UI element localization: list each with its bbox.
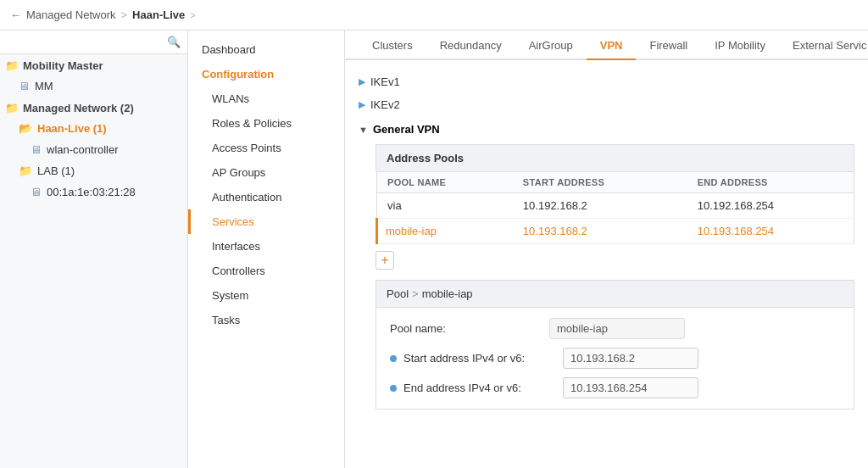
sidebar-group-mobility: 📁 Mobility Master: [0, 54, 187, 75]
ikev1-arrow: ▶: [359, 76, 365, 87]
ikev2-arrow: ▶: [359, 99, 365, 110]
sidebar-item-label: MM: [35, 80, 53, 92]
sidebar-wlan-label: wlan-controller: [47, 143, 119, 156]
sidebar-managed-label: Managed Network (2): [23, 102, 134, 114]
start-addr-input[interactable]: [563, 348, 698, 369]
nav-item-tasks[interactable]: Tasks: [188, 308, 344, 332]
folder-icon-managed: 📁: [5, 102, 19, 114]
search-input[interactable]: [7, 36, 167, 48]
pools-table: POOL NAME START ADDRESS END ADDRESS via …: [376, 171, 854, 244]
col-start-address: START ADDRESS: [513, 172, 687, 193]
tab-airgroup[interactable]: AirGroup: [515, 31, 587, 60]
form-row-start-addr: Start address IPv4 or v6:: [390, 348, 840, 369]
pool-name-display: mobile-iap: [549, 318, 685, 339]
general-vpn-arrow: ▼: [359, 125, 368, 135]
cell-end-addr: 10.192.168.254: [687, 193, 854, 219]
nav-item-apgroups[interactable]: AP Groups: [188, 160, 344, 185]
breadcrumb-sep1: >: [121, 8, 128, 21]
sidebar-item-haan-live[interactable]: 📂 Haan-Live (1): [0, 118, 187, 139]
nav-panel: Dashboard Configuration WLANs Roles & Po…: [188, 31, 345, 468]
col-end-address: END ADDRESS: [687, 172, 854, 193]
folder-icon-lab: 📁: [19, 164, 32, 177]
dot-icon-end: [390, 385, 397, 392]
sidebar-item-lab[interactable]: 📁 LAB (1): [0, 160, 187, 181]
content-body: ▶ IKEv1 ▶ IKEv2 ▼ General VPN Address Po…: [345, 60, 868, 468]
col-pool-name: POOL NAME: [377, 172, 513, 193]
pool-header-name: mobile-iap: [422, 287, 473, 300]
sidebar-item-wlan-controller[interactable]: 🖥 wlan-controller: [0, 139, 187, 160]
sidebar-group-managed[interactable]: 📁 Managed Network (2): [0, 97, 187, 118]
content-area: Clusters Redundancy AirGroup VPN Firewal…: [345, 31, 868, 468]
server-icon-mac: 🖥: [31, 186, 42, 198]
nav-item-wlans[interactable]: WLANs: [188, 86, 344, 111]
form-row-pool-name: Pool name: mobile-iap: [390, 318, 840, 339]
sidebar-lab-label: LAB (1): [37, 164, 75, 177]
pool-detail-section: Pool > mobile-iap Pool name: mobile-iap …: [376, 280, 854, 410]
pool-detail-header: Pool > mobile-iap: [376, 281, 854, 308]
cell-pool-name-selected: mobile-iap: [377, 219, 513, 244]
ikev2-row[interactable]: ▶ IKEv2: [359, 93, 854, 116]
server-icon-wlan: 🖥: [31, 143, 42, 156]
tab-ip-mobility[interactable]: IP Mobility: [701, 31, 779, 60]
pool-name-label: Pool name:: [390, 322, 542, 335]
tab-bar: Clusters Redundancy AirGroup VPN Firewal…: [345, 31, 868, 60]
nav-item-system[interactable]: System: [188, 283, 344, 308]
tab-redundancy[interactable]: Redundancy: [426, 31, 515, 60]
breadcrumb-managed-network[interactable]: Managed Network: [26, 8, 116, 21]
end-addr-input[interactable]: [563, 377, 698, 398]
tab-clusters[interactable]: Clusters: [359, 31, 426, 60]
search-icon[interactable]: 🔍: [167, 36, 181, 48]
nav-item-dashboard[interactable]: Dashboard: [188, 37, 344, 62]
address-pools-section: Address Pools POOL NAME START ADDRESS EN…: [376, 144, 854, 244]
breadcrumb-bar: ← Managed Network > Haan-Live >: [0, 0, 868, 31]
sidebar-group-label: Mobility Master: [23, 59, 103, 72]
start-addr-label: Start address IPv4 or v6:: [403, 352, 556, 365]
address-pools-header: Address Pools: [376, 144, 854, 171]
end-addr-label: End address IPv4 or v6:: [403, 382, 556, 394]
folder-icon: 📁: [5, 59, 19, 72]
nav-item-controllers[interactable]: Controllers: [188, 259, 344, 283]
sidebar-search-bar[interactable]: 🔍: [0, 31, 187, 54]
server-icon: 🖥: [19, 80, 30, 92]
nav-item-roles[interactable]: Roles & Policies: [188, 111, 344, 136]
nav-item-auth[interactable]: Authentication: [188, 185, 344, 209]
cell-start-addr: 10.192.168.2: [513, 193, 687, 219]
pool-form: Pool name: mobile-iap Start address IPv4…: [376, 308, 854, 409]
form-row-end-addr: End address IPv4 or v6:: [390, 377, 840, 398]
back-button[interactable]: ←: [10, 8, 21, 21]
breadcrumb-haan-live[interactable]: Haan-Live: [132, 8, 185, 21]
nav-item-ap[interactable]: Access Points: [188, 136, 344, 160]
pool-header-chevron: >: [412, 287, 419, 300]
sidebar-item-mac[interactable]: 🖥 00:1a:1e:03:21:28: [0, 181, 187, 203]
nav-item-configuration[interactable]: Configuration: [188, 62, 344, 86]
dot-icon-start: [390, 355, 397, 362]
sidebar: 🔍 📁 Mobility Master 🖥 MM 📁 Managed Netwo…: [0, 31, 188, 468]
breadcrumb-chevron: >: [190, 10, 195, 20]
sidebar-haan-live-label: Haan-Live (1): [37, 122, 107, 135]
add-pool-button[interactable]: +: [376, 251, 394, 270]
ikev1-label: IKEv1: [370, 75, 400, 88]
pool-header-label: Pool: [387, 287, 409, 300]
general-vpn-title: General VPN: [373, 123, 440, 136]
table-row-selected[interactable]: mobile-iap 10.193.168.2 10.193.168.254: [377, 219, 854, 244]
tab-firewall[interactable]: Firewall: [636, 31, 701, 60]
nav-item-services[interactable]: Services: [188, 209, 344, 234]
ikev2-label: IKEv2: [370, 98, 400, 111]
cell-end-addr-selected: 10.193.168.254: [687, 219, 854, 244]
table-row[interactable]: via 10.192.168.2 10.192.168.254: [377, 193, 854, 219]
tab-external[interactable]: External Servic…: [779, 31, 868, 60]
sidebar-item-mm[interactable]: 🖥 MM: [0, 75, 187, 97]
cell-start-addr-selected: 10.193.168.2: [513, 219, 687, 244]
cell-pool-name: via: [377, 193, 513, 219]
ikev1-row[interactable]: ▶ IKEv1: [359, 70, 854, 93]
nav-item-interfaces[interactable]: Interfaces: [188, 234, 344, 259]
folder-open-icon: 📂: [19, 122, 32, 135]
sidebar-mac-label: 00:1a:1e:03:21:28: [47, 186, 136, 198]
general-vpn-header[interactable]: ▼ General VPN: [359, 116, 854, 141]
tab-vpn[interactable]: VPN: [587, 31, 637, 60]
